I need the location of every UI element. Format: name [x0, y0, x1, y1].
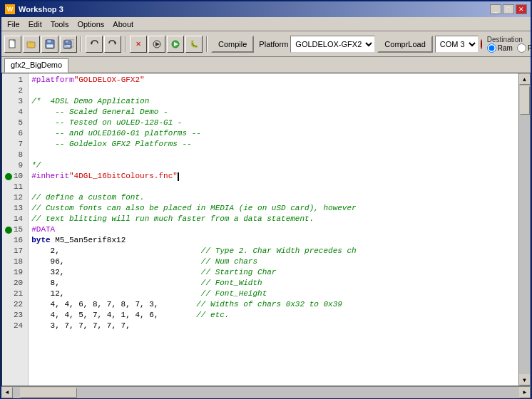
redo-button[interactable]	[104, 36, 121, 53]
line-number-9: 9	[5, 160, 25, 171]
stop-button[interactable]: ✕	[130, 36, 147, 53]
ram-label: Ram	[498, 44, 513, 52]
line-number-8: 8	[5, 150, 25, 160]
code-line-10: #inherit "4DGL_16bitColours.fnc"	[31, 171, 516, 182]
build-button[interactable]	[148, 36, 165, 53]
compile-button[interactable]: Compile	[211, 36, 254, 53]
save-button[interactable]	[41, 36, 58, 53]
line-number-24: 24	[5, 321, 25, 331]
minimize-button[interactable]: _	[490, 4, 501, 14]
code-line-16: byte M5_5an5erif8x12	[31, 235, 516, 246]
scroll-track-h[interactable]	[13, 387, 519, 398]
line-number-16: 16	[5, 235, 25, 246]
breakpoint-15	[5, 227, 12, 234]
menu-edit[interactable]: Edit	[24, 19, 46, 30]
line-number-1: 1	[5, 75, 25, 86]
title-bar: W Workshop 3 _ □ ✕	[1, 1, 531, 17]
code-line-18: 96, // Num chars	[31, 256, 516, 267]
ram-radio[interactable]	[487, 43, 496, 53]
destination-group: Destination Ram Flash	[487, 36, 532, 53]
line-number-3: 3	[5, 96, 25, 107]
line-number-20: 20	[5, 278, 25, 289]
separator-3	[206, 36, 208, 52]
svg-rect-2	[27, 41, 31, 43]
line-number-13: 13	[5, 203, 25, 214]
tab-gfx2-bigdemo[interactable]: gfx2_BigDemo	[4, 58, 68, 73]
window-title: Workshop 3	[19, 5, 63, 14]
svg-rect-4	[47, 40, 51, 43]
flash-option[interactable]: Flash	[517, 43, 532, 53]
code-line-17: 2, // Type 2. Char Width precedes ch	[31, 246, 516, 256]
connection-indicator	[481, 39, 482, 49]
open-button[interactable]	[23, 36, 40, 53]
ram-option[interactable]: Ram	[487, 43, 513, 53]
code-line-9: */	[31, 160, 516, 171]
code-line-13: // Custom fonts can also be placed in ME…	[31, 203, 516, 214]
close-button[interactable]: ✕	[516, 4, 527, 14]
nav-buttons	[86, 36, 121, 53]
line-number-21: 21	[5, 289, 25, 299]
separator-1	[81, 36, 82, 52]
line-number-22: 22	[5, 299, 25, 310]
line-number-4: 4	[5, 107, 25, 118]
code-line-4: -- Scaled General Demo -	[31, 107, 516, 118]
title-buttons: _ □ ✕	[490, 4, 527, 14]
horizontal-scrollbar[interactable]: ◄ ►	[1, 386, 531, 398]
menu-tools[interactable]: Tools	[46, 19, 73, 30]
vertical-scrollbar[interactable]: ▲ ▼	[518, 73, 530, 385]
scroll-track-v[interactable]	[519, 85, 531, 374]
line-number-6: 6	[5, 128, 25, 139]
comprload-button[interactable]: ComprLoad	[377, 36, 432, 53]
new-button[interactable]	[4, 36, 21, 53]
line-numbers: 123456789101112131415161718192021222324	[2, 73, 29, 385]
separator-2	[125, 36, 126, 52]
toolbar: ✕ 🐛 Compile Platform GOLDELOX-GFX2 PICAS…	[1, 31, 531, 57]
action-buttons: ✕ 🐛	[130, 36, 203, 53]
scroll-left-arrow[interactable]: ◄	[1, 387, 13, 398]
platform-select[interactable]: GOLDELOX-GFX2 PICASO DIABLO16	[290, 36, 375, 53]
code-line-7: -- Goldelox GFX2 Platforms --	[31, 139, 516, 150]
line-number-7: 7	[5, 139, 25, 150]
code-line-20: 8, // Font_Width	[31, 278, 516, 289]
app-icon: W	[5, 4, 15, 14]
maximize-button[interactable]: □	[503, 4, 514, 14]
line-number-18: 18	[5, 256, 25, 267]
save-all-button[interactable]	[60, 36, 77, 53]
menu-about[interactable]: About	[108, 19, 138, 30]
com-select[interactable]: COM 1 COM 2 COM 3 COM 4	[435, 36, 479, 53]
flash-radio[interactable]	[517, 43, 526, 53]
svg-rect-8	[64, 45, 71, 48]
line-number-14: 14	[5, 214, 25, 224]
line-number-11: 11	[5, 182, 25, 192]
flash-label: Flash	[528, 44, 532, 52]
code-line-12: // define a custom font.	[31, 192, 516, 203]
platform-label: Platform	[259, 40, 288, 48]
scroll-down-arrow[interactable]: ▼	[519, 374, 531, 385]
title-bar-left: W Workshop 3	[5, 4, 63, 14]
menu-bar: File Edit Tools Options About	[1, 17, 531, 31]
run-button[interactable]	[167, 36, 184, 53]
code-area[interactable]: #platform "GOLDELOX-GFX2"/* 4DSL Demo Ap…	[29, 73, 518, 385]
destination-radios: Ram Flash	[487, 43, 532, 53]
code-line-15: #DATA	[31, 224, 516, 235]
scroll-right-arrow[interactable]: ►	[519, 387, 531, 398]
svg-marker-13	[155, 42, 160, 46]
line-number-2: 2	[5, 86, 25, 96]
line-number-23: 23	[5, 310, 25, 321]
line-number-17: 17	[5, 246, 25, 256]
line-number-10: 10	[5, 171, 25, 182]
scroll-thumb-v[interactable]	[520, 86, 530, 115]
debug-button[interactable]: 🐛	[185, 36, 203, 53]
file-buttons	[4, 36, 77, 53]
scroll-up-arrow[interactable]: ▲	[519, 73, 531, 85]
line-number-12: 12	[5, 192, 25, 203]
undo-button[interactable]	[86, 36, 103, 53]
editor-container: 123456789101112131415161718192021222324 …	[1, 73, 531, 386]
line-number-15: 15	[5, 224, 25, 235]
code-line-22: 4, 4, 6, 8, 7, 8, 7, 3, // Widths of cha…	[31, 299, 516, 310]
scroll-thumb-h[interactable]	[20, 388, 77, 398]
menu-file[interactable]: File	[3, 19, 24, 30]
menu-options[interactable]: Options	[73, 19, 108, 30]
line-number-19: 19	[5, 267, 25, 278]
code-line-6: -- and uOLED160-G1 platforms --	[31, 128, 516, 139]
